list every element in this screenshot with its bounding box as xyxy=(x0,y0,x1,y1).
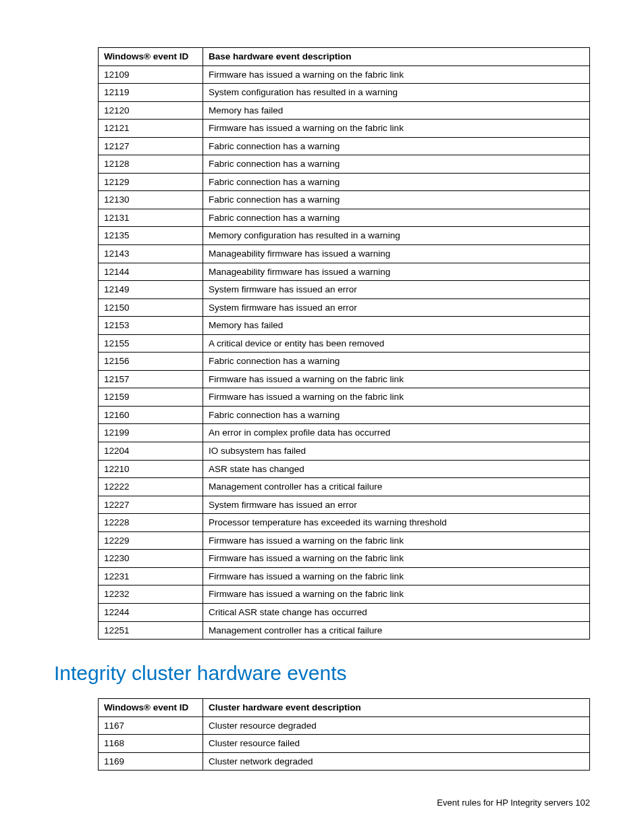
event-id-cell: 1168 xyxy=(99,735,203,753)
table-row: 12210ASR state has changed xyxy=(99,460,590,478)
event-id-cell: 12150 xyxy=(99,298,203,317)
header-event-id: Windows® event ID xyxy=(99,699,203,717)
event-id-cell: 12143 xyxy=(99,245,203,263)
event-desc-cell: Manageability firmware has issued a warn… xyxy=(203,245,590,263)
event-desc-cell: Fabric connection has a warning xyxy=(203,353,590,371)
event-id-cell: 12120 xyxy=(99,101,203,120)
table-row: 12199An error in complex profile data ha… xyxy=(99,424,590,442)
event-id-cell: 12131 xyxy=(99,209,203,227)
event-id-cell: 1169 xyxy=(99,752,203,771)
event-desc-cell: Fabric connection has a warning xyxy=(203,406,590,424)
event-id-cell: 12156 xyxy=(99,353,203,371)
table-row: 12229Firmware has issued a warning on th… xyxy=(99,531,590,550)
table-row: 12156Fabric connection has a warning xyxy=(99,353,590,371)
table-header-row: Windows® event ID Base hardware event de… xyxy=(99,48,590,66)
header-description: Cluster hardware event description xyxy=(203,699,590,717)
event-id-cell: 12230 xyxy=(99,550,203,568)
event-id-cell: 12144 xyxy=(99,263,203,281)
event-desc-cell: System firmware has issued an error xyxy=(203,281,590,299)
table-row: 12121Firmware has issued a warning on th… xyxy=(99,120,590,138)
event-desc-cell: Cluster resource failed xyxy=(203,735,590,753)
header-description: Base hardware event description xyxy=(203,48,590,66)
event-id-cell: 12129 xyxy=(99,173,203,191)
table-row: 1168Cluster resource failed xyxy=(99,735,590,753)
event-id-cell: 12135 xyxy=(99,227,203,245)
table-row: 12129Fabric connection has a warning xyxy=(99,173,590,191)
table-row: 12232Firmware has issued a warning on th… xyxy=(99,585,590,604)
table-row: 12230Firmware has issued a warning on th… xyxy=(99,550,590,568)
event-desc-cell: Fabric connection has a warning xyxy=(203,209,590,227)
event-desc-cell: Firmware has issued a warning on the fab… xyxy=(203,585,590,604)
table-row: 12150System firmware has issued an error xyxy=(99,298,590,317)
table-row: 12127Fabric connection has a warning xyxy=(99,137,590,155)
event-desc-cell: Firmware has issued a warning on the fab… xyxy=(203,567,590,585)
event-desc-cell: Fabric connection has a warning xyxy=(203,155,590,174)
event-desc-cell: Firmware has issued a warning on the fab… xyxy=(203,370,590,388)
table-row: 12119System configuration has resulted i… xyxy=(99,84,590,102)
event-id-cell: 12109 xyxy=(99,66,203,84)
event-id-cell: 12251 xyxy=(99,621,203,640)
table-row: 12120Memory has failed xyxy=(99,101,590,120)
header-event-id: Windows® event ID xyxy=(99,48,203,66)
event-id-cell: 12149 xyxy=(99,281,203,299)
event-id-cell: 12159 xyxy=(99,388,203,407)
event-desc-cell: System firmware has issued an error xyxy=(203,298,590,317)
table-row: 12160Fabric connection has a warning xyxy=(99,406,590,424)
event-id-cell: 12119 xyxy=(99,84,203,102)
table-row: 12128Fabric connection has a warning xyxy=(99,155,590,174)
event-id-cell: 12244 xyxy=(99,603,203,621)
table-row: 1167Cluster resource degraded xyxy=(99,716,590,735)
event-id-cell: 12231 xyxy=(99,567,203,585)
table-row: 12143Manageability firmware has issued a… xyxy=(99,245,590,263)
table-row: 12231Firmware has issued a warning on th… xyxy=(99,567,590,585)
table-row: 12159Firmware has issued a warning on th… xyxy=(99,388,590,407)
event-desc-cell: Processor temperature has exceeded its w… xyxy=(203,514,590,532)
event-id-cell: 12160 xyxy=(99,406,203,424)
event-desc-cell: Fabric connection has a warning xyxy=(203,191,590,209)
event-id-cell: 12199 xyxy=(99,424,203,442)
event-desc-cell: Firmware has issued a warning on the fab… xyxy=(203,550,590,568)
event-id-cell: 1167 xyxy=(99,716,203,735)
table-row: 12228Processor temperature has exceeded … xyxy=(99,514,590,532)
cluster-hardware-events-table: Windows® event ID Cluster hardware event… xyxy=(98,698,590,771)
event-id-cell: 12227 xyxy=(99,496,203,514)
table-row: 1169Cluster network degraded xyxy=(99,752,590,771)
event-desc-cell: An error in complex profile data has occ… xyxy=(203,424,590,442)
event-desc-cell: Critical ASR state change has occurred xyxy=(203,603,590,621)
table-row: 12222Management controller has a critica… xyxy=(99,478,590,496)
event-desc-cell: IO subsystem has failed xyxy=(203,442,590,461)
event-desc-cell: System configuration has resulted in a w… xyxy=(203,84,590,102)
table-row: 12149System firmware has issued an error xyxy=(99,281,590,299)
table-row: 12251Management controller has a critica… xyxy=(99,621,590,640)
event-id-cell: 12210 xyxy=(99,460,203,478)
event-id-cell: 12127 xyxy=(99,137,203,155)
table-row: 12144Manageability firmware has issued a… xyxy=(99,263,590,281)
event-desc-cell: System firmware has issued an error xyxy=(203,496,590,514)
event-id-cell: 12128 xyxy=(99,155,203,174)
table-row: 12153Memory has failed xyxy=(99,317,590,335)
event-id-cell: 12232 xyxy=(99,585,203,604)
event-desc-cell: Firmware has issued a warning on the fab… xyxy=(203,66,590,84)
event-desc-cell: Memory has failed xyxy=(203,317,590,335)
table-row: 12244Critical ASR state change has occur… xyxy=(99,603,590,621)
event-desc-cell: Firmware has issued a warning on the fab… xyxy=(203,388,590,407)
event-id-cell: 12222 xyxy=(99,478,203,496)
event-desc-cell: Memory configuration has resulted in a w… xyxy=(203,227,590,245)
event-id-cell: 12153 xyxy=(99,317,203,335)
event-id-cell: 12204 xyxy=(99,442,203,461)
table-header-row: Windows® event ID Cluster hardware event… xyxy=(99,699,590,717)
event-id-cell: 12157 xyxy=(99,370,203,388)
event-id-cell: 12229 xyxy=(99,531,203,550)
event-desc-cell: Firmware has issued a warning on the fab… xyxy=(203,531,590,550)
table-row: 12227System firmware has issued an error xyxy=(99,496,590,514)
table-row: 12204IO subsystem has failed xyxy=(99,442,590,461)
table-row: 12130Fabric connection has a warning xyxy=(99,191,590,209)
event-id-cell: 12121 xyxy=(99,120,203,138)
table-row: 12155A critical device or entity has bee… xyxy=(99,334,590,353)
event-desc-cell: Cluster resource degraded xyxy=(203,716,590,735)
event-desc-cell: Firmware has issued a warning on the fab… xyxy=(203,120,590,138)
event-desc-cell: Fabric connection has a warning xyxy=(203,173,590,191)
event-desc-cell: Management controller has a critical fai… xyxy=(203,621,590,640)
event-desc-cell: Management controller has a critical fai… xyxy=(203,478,590,496)
event-desc-cell: Manageability firmware has issued a warn… xyxy=(203,263,590,281)
